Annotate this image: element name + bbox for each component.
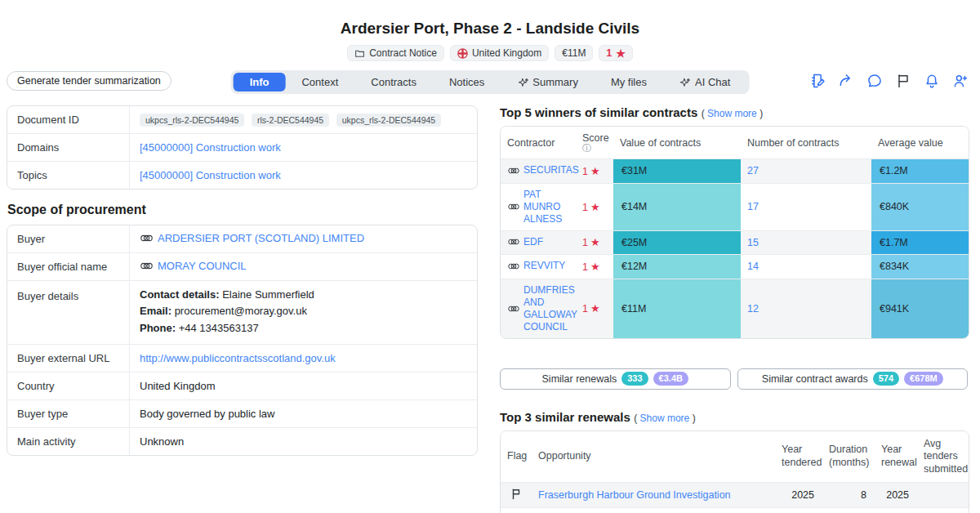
table-row: Fraserburgh Harbour Ground Investigation… xyxy=(501,482,969,507)
contractor-link[interactable]: REVVITY xyxy=(523,260,565,272)
col-opportunity: Opportunity xyxy=(532,431,775,483)
similar-awards-label: Similar contract awards xyxy=(762,373,868,385)
org-icon xyxy=(140,261,154,271)
org-icon xyxy=(507,237,520,247)
tab-context-label: Context xyxy=(301,76,338,88)
buyer-url-label: Buyer external URL xyxy=(7,344,130,372)
renewals-amount-badge: €3.4B xyxy=(653,372,688,386)
tab-my-files[interactable]: My files xyxy=(595,73,663,91)
contact-details-key: Contact details: xyxy=(140,288,220,301)
phone-key: Phone: xyxy=(140,322,176,334)
value-cell: €31M xyxy=(613,158,741,183)
star-icon: ★ xyxy=(590,261,600,273)
comment-icon[interactable] xyxy=(866,73,883,89)
star-icon: ★ xyxy=(616,48,626,59)
col-count: Number of contracts xyxy=(741,127,871,158)
contract-notice-label: Contract Notice xyxy=(369,47,437,59)
opportunity-link[interactable]: Fraserburgh Harbour Ground Investigation xyxy=(538,489,731,501)
main-content: Document ID ukpcs_rls-2-DEC544945 rls-2-… xyxy=(0,105,980,513)
uk-flag-icon xyxy=(457,48,468,59)
year-renewal-cell: 2025 xyxy=(875,507,917,513)
tab-contracts[interactable]: Contracts xyxy=(354,73,433,91)
contract-count-link[interactable]: 15 xyxy=(747,237,759,248)
table-row: Buyer details Contact details: Elaine Su… xyxy=(7,280,477,344)
tab-notices[interactable]: Notices xyxy=(433,73,501,91)
scope-heading: Scope of procurement xyxy=(7,203,478,217)
generate-summary-button[interactable]: Generate tender summarization xyxy=(7,71,172,91)
avg-value-cell: €941K xyxy=(871,279,969,338)
action-icons xyxy=(809,73,969,89)
tender-page: Ardersier Port, Phase 2 - Landside Civil… xyxy=(0,0,980,513)
bell-icon[interactable] xyxy=(924,73,940,89)
contract-count-link[interactable]: 14 xyxy=(747,261,759,272)
notes-icon[interactable] xyxy=(809,73,826,89)
tab-info[interactable]: Info xyxy=(234,73,286,91)
contract-count-link[interactable]: 27 xyxy=(747,165,759,176)
main-activity-label: Main activity xyxy=(7,427,130,455)
table-row: Country United Kingdom xyxy=(7,372,477,399)
col-avg-tenders: Avg tenders submitted xyxy=(917,431,969,483)
contractor-link[interactable]: EDF xyxy=(523,236,543,248)
contract-count-link[interactable]: 17 xyxy=(747,201,759,212)
avg-value-cell: €1.2M xyxy=(871,158,969,183)
year-renewal-cell: 2025 xyxy=(875,482,917,507)
avg-tenders-cell xyxy=(917,507,969,513)
toolbar: Generate tender summarization Info Conte… xyxy=(0,70,980,95)
table-row: REVVITY 1★ €12M 14 €834K xyxy=(501,254,969,279)
star-icon: ★ xyxy=(590,236,600,248)
star-icon: ★ xyxy=(590,201,600,213)
flag-icon[interactable] xyxy=(510,488,522,500)
score-badge: 1 ★ xyxy=(599,45,632,61)
contractor-link[interactable]: SECURITAS xyxy=(523,164,579,176)
topics-link[interactable]: [45000000] Construction work xyxy=(140,169,281,181)
table-row: SECURITAS 1★ €31M 27 €1.2M xyxy=(501,158,969,183)
domains-label: Domains xyxy=(7,133,130,161)
document-id-table: Document ID ukpcs_rls-2-DEC544945 rls-2-… xyxy=(7,105,478,190)
email-value: procurement@moray.gov.uk xyxy=(172,305,307,317)
avg-value-cell: €840K xyxy=(871,183,969,230)
similar-awards-button[interactable]: Similar contract awards 574 €678M xyxy=(737,368,969,390)
buyer-external-url-link[interactable]: http://www.publiccontractsscotland.gov.u… xyxy=(140,352,336,364)
share-icon[interactable] xyxy=(838,73,854,89)
summary-buttons: Similar renewals 333 €3.4B Similar contr… xyxy=(500,368,968,390)
winners-heading: Top 5 winners of similar contracts ( Sho… xyxy=(500,105,968,120)
buyer-official-link[interactable]: MORAY COUNCIL xyxy=(158,260,247,272)
duration-cell: 36 xyxy=(822,507,875,513)
paren: ( xyxy=(634,413,637,424)
year-tendered-cell: 2025 xyxy=(775,482,822,507)
add-user-icon[interactable] xyxy=(952,73,969,89)
table-row: Buyer external URL http://www.publiccont… xyxy=(7,344,477,372)
tab-ai-chat[interactable]: AI Chat xyxy=(663,73,746,91)
avg-tenders-cell xyxy=(917,482,969,507)
phone-value: +44 1343563137 xyxy=(176,322,259,334)
col-year-tendered: Year tendered xyxy=(775,431,822,483)
table-header-row: Contractor Scoreⓘ Value of contracts Num… xyxy=(501,127,969,158)
year-tendered-cell: 2022 xyxy=(775,507,822,513)
similar-renewals-button[interactable]: Similar renewals 333 €3.4B xyxy=(500,368,731,390)
org-icon xyxy=(507,261,520,271)
domains-link[interactable]: [45000000] Construction work xyxy=(140,141,281,154)
tab-ai-chat-label: AI Chat xyxy=(695,76,730,88)
tab-summary[interactable]: Summary xyxy=(501,73,595,91)
email-key: Email: xyxy=(140,305,172,317)
col-avg: Average value xyxy=(871,127,969,158)
flag-icon[interactable] xyxy=(895,73,911,89)
avg-value-cell: €834K xyxy=(871,254,969,279)
col-value: Value of contracts xyxy=(613,127,741,158)
winners-show-more-link[interactable]: Show more xyxy=(707,108,757,119)
tab-info-label: Info xyxy=(250,76,270,88)
contractor-link[interactable]: DUMFRIES AND GALLOWAY COUNCIL xyxy=(523,284,577,333)
contractor-link[interactable]: PAT MUNRO ALNESS xyxy=(523,189,569,225)
col-year-renewal: Year renewal xyxy=(875,431,917,483)
renewals-count-badge: 333 xyxy=(621,372,648,386)
main-activity-value: Unknown xyxy=(130,427,477,455)
contract-count-link[interactable]: 12 xyxy=(747,303,759,314)
renewals-show-more-link[interactable]: Show more xyxy=(640,413,690,424)
winners-table: Contractor Scoreⓘ Value of contracts Num… xyxy=(500,126,969,339)
table-row: DUMFRIES AND GALLOWAY COUNCIL 1★ €11M 12… xyxy=(501,279,969,338)
col-contractor: Contractor xyxy=(501,127,576,158)
buyer-link[interactable]: ARDERSIER PORT (SCOTLAND) LIMITED xyxy=(158,232,364,244)
tab-context[interactable]: Context xyxy=(285,73,354,91)
paren: ( xyxy=(702,108,705,119)
info-icon[interactable]: ⓘ xyxy=(582,144,607,153)
